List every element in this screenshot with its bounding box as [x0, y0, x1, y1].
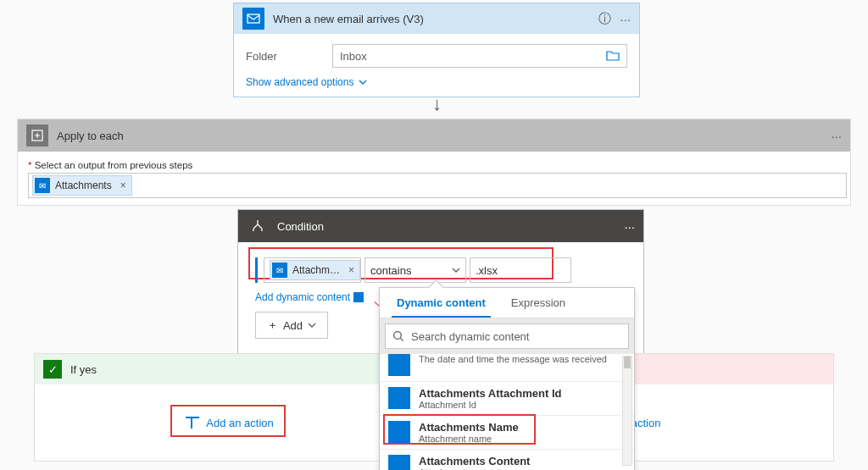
search-placeholder: Search dynamic content — [411, 330, 529, 343]
trigger-card: When a new email arrives (V3) ⓘ ··· Fold… — [233, 3, 640, 97]
add-action-icon — [186, 417, 199, 429]
dynamic-item-received-time[interactable]: The date and time the message was receiv… — [380, 354, 634, 382]
outlook-icon — [388, 421, 410, 443]
condition-title: Condition — [277, 220, 615, 233]
trigger-body: Folder Inbox Show advanced options — [234, 34, 639, 97]
remove-token-icon[interactable]: × — [117, 180, 126, 191]
outlook-icon — [388, 354, 410, 376]
outlook-icon: ✉ — [272, 263, 287, 278]
condition-right-input[interactable]: .xlsx — [470, 257, 571, 283]
tab-expression[interactable]: Expression — [506, 288, 570, 318]
show-advanced-link[interactable]: Show advanced options — [246, 76, 367, 88]
dynamic-item-attachment-id[interactable]: Attachments Attachment Id Attachment Id — [380, 382, 634, 416]
dynamic-item-attachments-content[interactable]: Attachments Content Attachment content — [380, 450, 634, 470]
condition-header[interactable]: Condition ··· — [238, 210, 643, 242]
scroll-thumb[interactable] — [624, 357, 631, 368]
more-icon[interactable]: ··· — [624, 219, 635, 234]
scrollbar[interactable] — [622, 356, 632, 466]
more-icon[interactable]: ··· — [620, 12, 631, 26]
dynamic-content-icon — [353, 292, 364, 302]
group-bar — [255, 257, 260, 283]
loop-icon — [26, 124, 48, 147]
select-output-input[interactable]: ✉ Attachments × — [28, 173, 847, 198]
apply-header[interactable]: Apply to each ··· — [18, 119, 850, 152]
trigger-header[interactable]: When a new email arrives (V3) ⓘ ··· — [234, 3, 639, 34]
help-icon[interactable]: ⓘ — [598, 11, 611, 27]
chevron-down-icon — [452, 266, 460, 274]
more-icon[interactable]: ··· — [831, 129, 842, 143]
svg-rect-0 — [248, 14, 259, 23]
if-yes-branch: ✓ If yes Add an action — [34, 353, 426, 462]
condition-operator-select[interactable]: contains — [364, 257, 466, 283]
chevron-down-icon — [308, 321, 316, 329]
condition-left-input[interactable]: ✉ Attachm… × — [264, 257, 361, 283]
remove-token-icon[interactable]: × — [345, 264, 354, 276]
add-row-button[interactable]: ＋ Add — [255, 312, 328, 339]
dynamic-items-list: The date and time the message was receiv… — [380, 354, 634, 470]
folder-label: Folder — [246, 50, 332, 63]
add-dynamic-content-link[interactable]: Add dynamic content — [255, 291, 364, 303]
trigger-title: When a new email arrives (V3) — [273, 13, 590, 25]
plus-icon: ＋ — [267, 318, 278, 333]
svg-point-2 — [394, 332, 402, 340]
apply-to-each-card: Apply to each ··· Select an output from … — [17, 119, 851, 206]
check-icon: ✓ — [43, 360, 62, 379]
outlook-icon — [388, 387, 410, 409]
attachments-token[interactable]: ✉ Attachments × — [32, 175, 132, 196]
folder-picker-icon[interactable] — [606, 50, 620, 62]
chevron-down-icon — [359, 78, 367, 86]
apply-title: Apply to each — [57, 130, 822, 142]
search-icon — [392, 330, 404, 342]
outlook-icon — [388, 455, 410, 470]
outlook-icon — [242, 8, 264, 30]
outlook-icon: ✉ — [35, 178, 50, 193]
folder-value: Inbox — [340, 50, 367, 63]
tab-dynamic-content[interactable]: Dynamic content — [392, 288, 491, 318]
dynamic-search-input[interactable]: Search dynamic content — [385, 323, 629, 349]
select-output-label: Select an output from previous steps — [28, 160, 840, 170]
flow-arrow-icon: ↓ — [432, 93, 442, 115]
folder-input[interactable]: Inbox — [332, 44, 627, 68]
condition-icon — [247, 215, 269, 237]
if-yes-header[interactable]: ✓ If yes — [35, 354, 425, 384]
attachment-name-token[interactable]: ✉ Attachm… × — [270, 260, 360, 280]
dynamic-content-panel: Dynamic content Expression Search dynami… — [379, 287, 635, 470]
dynamic-item-attachments-name[interactable]: Attachments Name Attachment name — [380, 416, 634, 450]
add-action-button[interactable]: Add an action — [186, 417, 274, 429]
